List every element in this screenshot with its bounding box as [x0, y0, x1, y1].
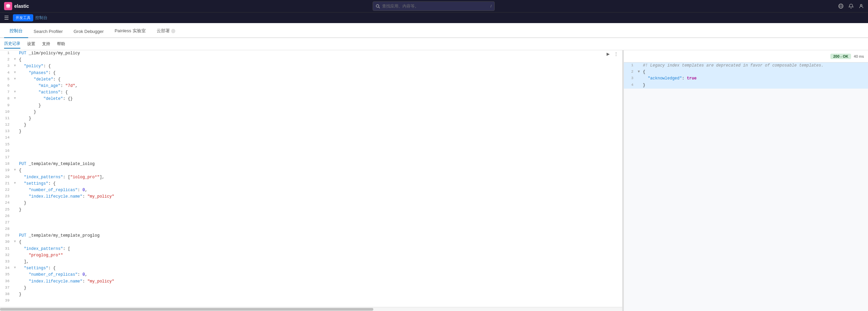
run-button-1[interactable]: ▶: [605, 51, 611, 57]
line-number-36: 36: [0, 278, 12, 285]
output-line-3: 3 "acknowledged": true: [624, 75, 868, 82]
editor-line-21: 21 ▼ "settings": {: [0, 181, 622, 187]
line-arrow-21: ▼: [12, 181, 18, 187]
line-arrow-3: ▼: [12, 63, 18, 70]
line-arrow-32: [12, 252, 18, 259]
editor-content[interactable]: 1 PUT _ilm/policy/my_policy ▶ ⋮ 2 ▼ { 3 …: [0, 50, 622, 307]
editor-line-23: 23 "index.lifecycle.name": "my_policy": [0, 194, 622, 200]
editor-scrollbar[interactable]: [0, 307, 622, 311]
output-content: 1 #! Legacy index templates are deprecat…: [624, 62, 868, 311]
line-content-19: {: [18, 167, 622, 174]
search-bar[interactable]: /: [373, 1, 495, 11]
output-line-number-1: 1: [624, 62, 636, 69]
config-button-1[interactable]: ⋮: [613, 51, 619, 57]
toolbar-support[interactable]: 支持: [42, 40, 50, 48]
editor-line-12: 12 }: [0, 122, 622, 128]
main-content: 1 PUT _ilm/policy/my_policy ▶ ⋮ 2 ▼ { 3 …: [0, 50, 868, 311]
global-icon[interactable]: [838, 3, 844, 9]
line-arrow-1: [12, 50, 18, 57]
line-content-33: ],: [18, 259, 622, 265]
tab-painless-lab[interactable]: Painless 实验室: [109, 24, 151, 38]
editor-line-19: 19 ▼ {: [0, 167, 622, 174]
output-line-2: 2 ▼ {: [624, 69, 868, 75]
line-number-5: 5: [0, 76, 12, 83]
line-number-24: 24: [0, 200, 12, 206]
editor-line-3: 3 ▼ "policy": {: [0, 63, 622, 70]
editor-line-15: 15: [0, 142, 622, 148]
line-content-7: "actions": {: [18, 89, 622, 96]
line-number-39: 39: [0, 298, 12, 304]
output-line-arrow-4: [636, 82, 642, 89]
tab-grok-debugger[interactable]: Grok Debugger: [68, 25, 109, 38]
line-content-2: {: [18, 57, 622, 63]
svg-line-3: [378, 7, 380, 8]
breadcrumb-nav: ☰ 开发工具 控制台: [0, 12, 868, 23]
line-content-9: }: [18, 103, 622, 109]
line-content-18: PUT _template/my_template_iolog: [18, 161, 622, 167]
elastic-logo[interactable]: elastic: [4, 2, 29, 10]
top-navigation-bar: elastic /: [0, 0, 868, 12]
output-line-content-3: "acknowledged": true: [642, 75, 868, 82]
breadcrumb-link[interactable]: 控制台: [35, 15, 47, 20]
line-controls-1: ▶ ⋮: [605, 51, 619, 57]
search-shortcut: /: [491, 4, 492, 8]
editor-line-17: 17: [0, 154, 622, 161]
line-arrow-39: [12, 298, 18, 304]
line-content-11: }: [18, 115, 622, 122]
output-panel: 200 - OK 40 ms 1 #! Legacy index templat…: [624, 50, 868, 311]
line-content-25: }: [18, 207, 622, 213]
tab-cloud[interactable]: 云部署: [151, 24, 181, 38]
output-line-content-1: #! Legacy index templates are deprecated…: [642, 62, 868, 69]
search-input[interactable]: [382, 4, 489, 8]
line-arrow-34: ▼: [12, 265, 18, 272]
editor-line-11: 11 }: [0, 115, 622, 122]
line-arrow-31: [12, 246, 18, 252]
line-number-23: 23: [0, 194, 12, 200]
editor-line-20: 20 "index_patterns": ["iolog_pro*"],: [0, 174, 622, 181]
line-content-35: "number_of_replicas": 0,: [18, 272, 622, 278]
search-icon: [376, 4, 380, 8]
toolbar-help[interactable]: 帮助: [57, 40, 65, 48]
line-content-4: "phases": {: [18, 70, 622, 76]
tab-search-profiler[interactable]: Search Profiler: [28, 25, 68, 38]
tab-console[interactable]: 控制台: [4, 24, 28, 38]
line-arrow-33: [12, 259, 18, 265]
output-line-arrow-3: [636, 75, 642, 82]
line-content-3: "policy": {: [18, 63, 622, 70]
line-arrow-35: [12, 272, 18, 278]
app-button[interactable]: 开发工具: [13, 14, 33, 21]
editor-line-29: 29 PUT _template/my_template_proglog: [0, 233, 622, 239]
line-arrow-23: [12, 194, 18, 200]
editor-scrollbar-thumb: [0, 308, 373, 311]
line-arrow-9: [12, 103, 18, 109]
line-arrow-18: [12, 161, 18, 167]
line-number-25: 25: [0, 207, 12, 213]
line-arrow-29: [12, 233, 18, 239]
line-content-30: {: [18, 239, 622, 245]
line-number-15: 15: [0, 142, 12, 148]
elastic-logo-text: elastic: [14, 3, 29, 9]
editor-line-5: 5 ▼ "delete": {: [0, 76, 622, 83]
hamburger-icon[interactable]: ☰: [4, 15, 9, 21]
editor-line-36: 36 "index.lifecycle.name": "my_policy": [0, 278, 622, 285]
notification-icon[interactable]: [848, 3, 854, 9]
editor-line-26: 26: [0, 213, 622, 220]
toolbar-settings[interactable]: 设置: [27, 40, 35, 48]
line-content-29: PUT _template/my_template_proglog: [18, 233, 622, 239]
line-number-14: 14: [0, 135, 12, 141]
line-content-31: "index_patterns": [: [18, 246, 622, 252]
toolbar-history[interactable]: 历史记录: [4, 39, 20, 49]
line-content-10: }: [18, 109, 622, 115]
line-content-24: }: [18, 200, 622, 206]
editor-line-1: 1 PUT _ilm/policy/my_policy ▶ ⋮: [0, 50, 622, 57]
line-content-21: "settings": {: [18, 181, 622, 187]
line-number-16: 16: [0, 148, 12, 154]
editor-line-34: 34 ▼ "settings": {: [0, 265, 622, 272]
editor-line-16: 16: [0, 148, 622, 154]
editor-line-35: 35 "number_of_replicas": 0,: [0, 272, 622, 278]
line-arrow-2: ▼: [12, 57, 18, 63]
user-icon[interactable]: [859, 3, 864, 9]
line-number-13: 13: [0, 128, 12, 135]
line-number-31: 31: [0, 246, 12, 252]
cloud-badge: [171, 29, 175, 33]
